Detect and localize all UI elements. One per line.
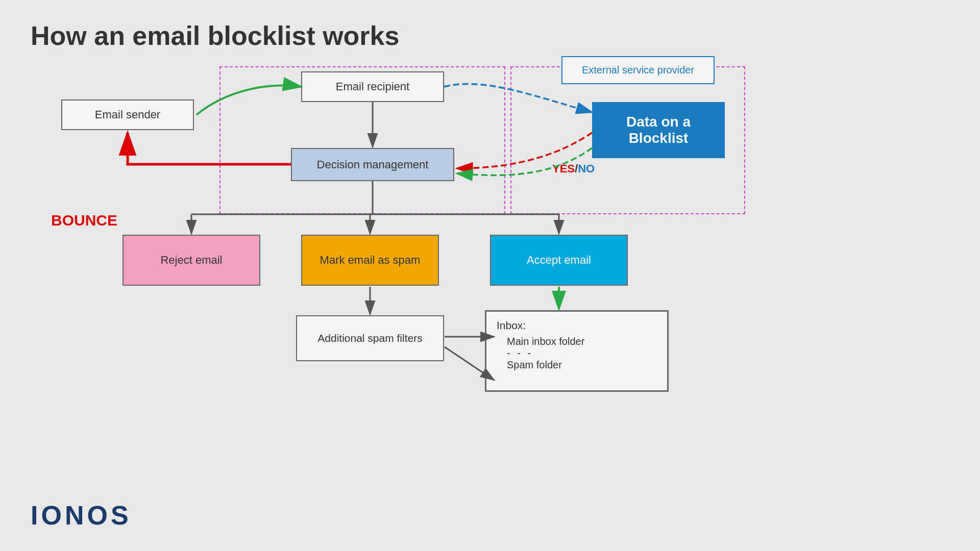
blocklist-box: Data on a Blocklist — [592, 102, 725, 158]
accept-box: Accept email — [490, 235, 628, 286]
page-title: How an email blocklist works — [31, 20, 399, 51]
inbox-box: Inbox: Main inbox folder - - - Spam fold… — [485, 310, 669, 392]
external-service-box: External service provider — [561, 56, 715, 84]
inbox-dots: - - - — [507, 347, 657, 359]
email-recipient-label: Email recipient — [336, 80, 409, 93]
decision-box: Decision management — [291, 148, 454, 181]
yes-label: YES — [552, 162, 575, 175]
external-service-label: External service provider — [582, 64, 694, 76]
inbox-title: Inbox: — [497, 319, 657, 332]
reject-box: Reject email — [122, 235, 260, 286]
spam-label: Mark email as spam — [320, 254, 421, 267]
bounce-label: BOUNCE — [51, 212, 117, 229]
reject-label: Reject email — [160, 254, 222, 267]
additional-spam-label: Additional spam filters — [317, 332, 422, 344]
inbox-main: Main inbox folder — [507, 336, 657, 347]
email-sender-label: Email sender — [95, 108, 160, 121]
ionos-logo: IONOS — [31, 500, 132, 531]
no-label: NO — [578, 162, 595, 175]
email-sender-box: Email sender — [61, 99, 194, 130]
inbox-spam-folder: Spam folder — [507, 359, 657, 371]
accept-label: Accept email — [527, 254, 591, 267]
spam-box: Mark email as spam — [301, 235, 439, 286]
blocklist-label: Data on a Blocklist — [597, 114, 720, 146]
additional-spam-box: Additional spam filters — [296, 315, 444, 361]
email-recipient-box: Email recipient — [301, 71, 444, 102]
decision-label: Decision management — [317, 158, 429, 171]
